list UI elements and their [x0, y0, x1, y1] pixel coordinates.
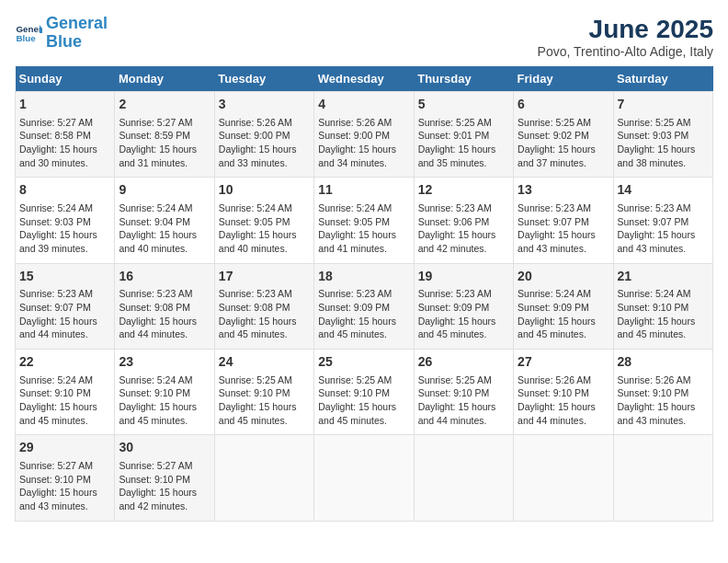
sunrise-label: Sunrise: 5:23 AM [19, 288, 93, 299]
day-cell-16: 16 Sunrise: 5:23 AM Sunset: 9:08 PM Dayl… [115, 263, 214, 349]
sunrise-label: Sunrise: 5:24 AM [119, 374, 192, 385]
day-number: 12 [418, 181, 509, 200]
day-cell-5: 5 Sunrise: 5:25 AM Sunset: 9:01 PM Dayli… [414, 92, 513, 178]
sunrise-label: Sunrise: 5:26 AM [318, 117, 392, 128]
day-number: 23 [119, 353, 210, 372]
day-cell-7: 7 Sunrise: 5:25 AM Sunset: 9:03 PM Dayli… [613, 92, 712, 178]
day-number: 2 [119, 96, 210, 114]
logo-text: GeneralBlue [46, 15, 108, 52]
sunrise-label: Sunrise: 5:23 AM [418, 202, 492, 213]
calendar-week-3: 15 Sunrise: 5:23 AM Sunset: 9:07 PM Dayl… [16, 263, 713, 349]
day-cell-23: 23 Sunrise: 5:24 AM Sunset: 9:10 PM Dayl… [115, 350, 214, 435]
sunset-label: Sunset: 9:09 PM [518, 302, 589, 313]
day-cell-19: 19 Sunrise: 5:23 AM Sunset: 9:09 PM Dayl… [414, 263, 513, 349]
sunset-label: Sunset: 9:10 PM [119, 387, 190, 398]
header-saturday: Saturday [613, 66, 712, 92]
daylight-label: Daylight: 15 hours and 33 minutes. [219, 144, 297, 168]
day-number: 5 [418, 96, 509, 114]
daylight-label: Daylight: 15 hours and 45 minutes. [219, 401, 297, 426]
header-friday: Friday [514, 66, 613, 92]
day-number: 22 [19, 353, 110, 372]
sunrise-label: Sunrise: 5:25 AM [418, 117, 492, 128]
daylight-label: Daylight: 15 hours and 42 minutes. [418, 229, 496, 254]
sunrise-label: Sunrise: 5:23 AM [518, 202, 591, 213]
sunrise-label: Sunrise: 5:27 AM [119, 117, 192, 128]
sunrise-label: Sunrise: 5:24 AM [518, 288, 591, 299]
day-number: 13 [518, 181, 609, 200]
daylight-label: Daylight: 15 hours and 35 minutes. [418, 144, 496, 168]
sunrise-label: Sunrise: 5:24 AM [618, 288, 691, 299]
sunset-label: Sunset: 9:04 PM [119, 216, 190, 227]
sunset-label: Sunset: 9:05 PM [219, 216, 290, 227]
svg-text:Blue: Blue [17, 33, 37, 43]
day-number: 14 [618, 181, 709, 200]
header-sunday: Sunday [16, 66, 115, 92]
daylight-label: Daylight: 15 hours and 45 minutes. [418, 316, 496, 340]
sunset-label: Sunset: 9:10 PM [618, 302, 689, 313]
day-number: 3 [219, 96, 310, 114]
daylight-label: Daylight: 15 hours and 40 minutes. [219, 229, 297, 254]
sunrise-label: Sunrise: 5:24 AM [19, 374, 93, 385]
calendar-header-row: Sunday Monday Tuesday Wednesday Thursday… [16, 66, 713, 92]
sunset-label: Sunset: 9:10 PM [119, 474, 190, 485]
day-number: 24 [219, 353, 310, 372]
day-cell-27: 27 Sunrise: 5:26 AM Sunset: 9:10 PM Dayl… [514, 350, 613, 435]
sunset-label: Sunset: 9:07 PM [518, 216, 589, 227]
day-number: 17 [219, 268, 310, 286]
empty-cell [613, 435, 712, 521]
sunset-label: Sunset: 9:07 PM [618, 216, 689, 227]
calendar-week-1: 1 Sunrise: 5:27 AM Sunset: 8:58 PM Dayli… [16, 92, 713, 178]
sunset-label: Sunset: 9:10 PM [418, 387, 490, 398]
sunset-label: Sunset: 9:08 PM [119, 302, 190, 313]
sunset-label: Sunset: 9:10 PM [219, 387, 290, 398]
sunset-label: Sunset: 9:00 PM [318, 130, 390, 141]
sunrise-label: Sunrise: 5:24 AM [318, 202, 392, 213]
sunset-label: Sunset: 9:03 PM [19, 216, 91, 227]
day-cell-10: 10 Sunrise: 5:24 AM Sunset: 9:05 PM Dayl… [214, 178, 313, 263]
sunset-label: Sunset: 8:59 PM [119, 130, 190, 141]
day-cell-4: 4 Sunrise: 5:26 AM Sunset: 9:00 PM Dayli… [314, 92, 414, 178]
day-number: 1 [19, 96, 110, 114]
title-area: June 2025 Povo, Trentino-Alto Adige, Ita… [538, 15, 713, 59]
day-number: 4 [318, 96, 409, 114]
sunrise-label: Sunrise: 5:24 AM [19, 202, 93, 213]
sunrise-label: Sunrise: 5:25 AM [618, 117, 691, 128]
daylight-label: Daylight: 15 hours and 43 minutes. [618, 401, 696, 426]
daylight-label: Daylight: 15 hours and 45 minutes. [518, 316, 596, 340]
sunset-label: Sunset: 8:58 PM [19, 130, 91, 141]
day-cell-20: 20 Sunrise: 5:24 AM Sunset: 9:09 PM Dayl… [514, 263, 613, 349]
header-monday: Monday [115, 66, 214, 92]
day-number: 27 [518, 353, 609, 372]
day-number: 21 [618, 268, 709, 286]
daylight-label: Daylight: 15 hours and 45 minutes. [119, 401, 197, 426]
sunset-label: Sunset: 9:08 PM [219, 302, 290, 313]
daylight-label: Daylight: 15 hours and 44 minutes. [119, 316, 197, 340]
sunset-label: Sunset: 9:10 PM [318, 387, 390, 398]
day-cell-21: 21 Sunrise: 5:24 AM Sunset: 9:10 PM Dayl… [613, 263, 712, 349]
sunrise-label: Sunrise: 5:26 AM [518, 374, 591, 385]
day-cell-11: 11 Sunrise: 5:24 AM Sunset: 9:05 PM Dayl… [314, 178, 414, 263]
day-cell-9: 9 Sunrise: 5:24 AM Sunset: 9:04 PM Dayli… [115, 178, 214, 263]
sunrise-label: Sunrise: 5:25 AM [219, 374, 292, 385]
daylight-label: Daylight: 15 hours and 43 minutes. [518, 229, 596, 254]
sunset-label: Sunset: 9:09 PM [418, 302, 490, 313]
sunset-label: Sunset: 9:01 PM [418, 130, 490, 141]
day-number: 10 [219, 181, 310, 200]
day-number: 26 [418, 353, 509, 372]
day-cell-18: 18 Sunrise: 5:23 AM Sunset: 9:09 PM Dayl… [314, 263, 414, 349]
daylight-label: Daylight: 15 hours and 45 minutes. [19, 401, 97, 426]
sunset-label: Sunset: 9:10 PM [518, 387, 589, 398]
day-cell-30: 30 Sunrise: 5:27 AM Sunset: 9:10 PM Dayl… [115, 435, 214, 521]
sunrise-label: Sunrise: 5:23 AM [318, 288, 392, 299]
day-cell-12: 12 Sunrise: 5:23 AM Sunset: 9:06 PM Dayl… [414, 178, 513, 263]
day-number: 20 [518, 268, 609, 286]
day-number: 28 [618, 353, 709, 372]
sunset-label: Sunset: 9:10 PM [19, 387, 91, 398]
daylight-label: Daylight: 15 hours and 44 minutes. [418, 401, 496, 426]
day-cell-15: 15 Sunrise: 5:23 AM Sunset: 9:07 PM Dayl… [16, 263, 115, 349]
sunrise-label: Sunrise: 5:23 AM [119, 288, 192, 299]
daylight-label: Daylight: 15 hours and 41 minutes. [318, 229, 396, 254]
day-number: 16 [119, 268, 210, 286]
day-cell-28: 28 Sunrise: 5:26 AM Sunset: 9:10 PM Dayl… [613, 350, 712, 435]
calendar-week-2: 8 Sunrise: 5:24 AM Sunset: 9:03 PM Dayli… [16, 178, 713, 263]
